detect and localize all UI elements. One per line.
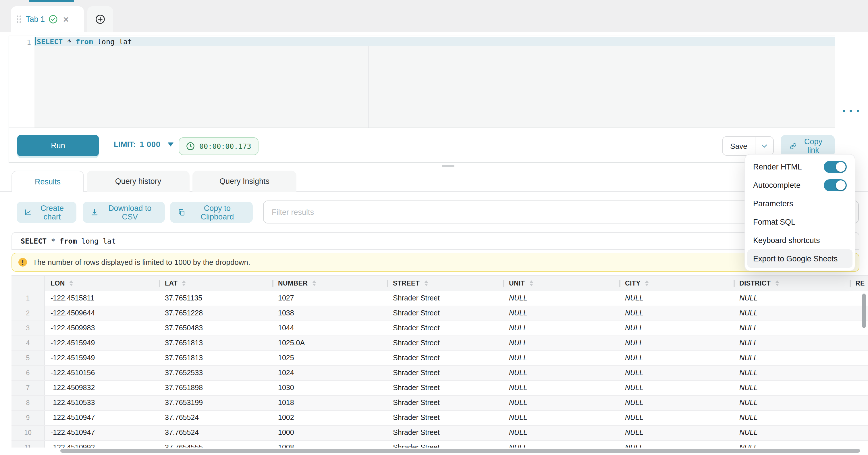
row-number: 8 <box>11 396 45 410</box>
text-cursor <box>35 37 36 46</box>
sort-icon <box>424 280 428 286</box>
row-number: 6 <box>11 366 45 380</box>
column-header-number[interactable]: NUMBER <box>272 276 387 291</box>
save-split-button: Save <box>722 136 774 156</box>
tab-query-history[interactable]: Query history <box>87 171 190 192</box>
save-options-button[interactable] <box>755 137 773 155</box>
column-header-city[interactable]: CITY <box>619 276 734 291</box>
sort-icon <box>775 280 779 286</box>
new-tab-button[interactable] <box>87 6 113 32</box>
row-limit-banner: ! The number of rows displayed is limite… <box>11 253 859 272</box>
sql-editor-app: Tab 1 ✕ 1 SELECT * from long_lat Run LIM… <box>0 0 868 455</box>
column-resize-handle[interactable] <box>734 280 735 287</box>
tab-title: Tab 1 <box>26 15 45 24</box>
menu-item-render-html[interactable]: Render HTML <box>747 157 852 176</box>
download-icon <box>91 208 98 217</box>
vertical-scrollbar[interactable] <box>862 294 866 328</box>
column-header-street[interactable]: STREET <box>387 276 503 291</box>
sort-icon <box>312 280 316 286</box>
column-resize-handle[interactable] <box>503 280 504 287</box>
table-row[interactable]: 7 -122.4509832 37.7651898 1030 Shrader S… <box>11 381 868 396</box>
chevron-down-icon <box>167 143 173 147</box>
link-icon <box>790 142 797 150</box>
banner-text: The number of rows displayed is limited … <box>33 258 250 267</box>
executed-sql-bar: SELECT * from long_lat <box>11 232 859 250</box>
copy-link-button[interactable]: Copy link <box>781 135 835 157</box>
tab-query-1[interactable]: Tab 1 ✕ <box>11 6 84 32</box>
more-options-menu: Render HTML Autocomplete Parameters Form… <box>744 154 855 271</box>
sql-code-line[interactable]: SELECT * from long_lat <box>37 37 132 46</box>
active-tab-indicator <box>29 0 74 2</box>
row-number-header <box>11 276 45 291</box>
sort-icon <box>529 280 533 286</box>
run-button[interactable]: Run <box>17 135 99 156</box>
chevron-down-icon <box>761 144 768 148</box>
row-number: 1 <box>11 291 45 306</box>
column-resize-handle[interactable] <box>619 280 620 287</box>
sort-icon <box>182 280 186 286</box>
line-number: 1 <box>9 38 31 47</box>
query-duration: 00:00:00.173 <box>199 142 251 151</box>
tab-results[interactable]: Results <box>11 171 84 192</box>
row-number: 2 <box>11 306 45 321</box>
copy-icon <box>178 208 185 217</box>
save-button[interactable]: Save <box>723 137 755 155</box>
column-resize-handle[interactable] <box>272 280 273 287</box>
table-row[interactable]: 5 -122.4515949 37.7651813 1025 Shrader S… <box>11 351 868 366</box>
table-row[interactable]: 1 -122.4515811 37.7651135 1027 Shrader S… <box>11 291 868 306</box>
editor-gutter: 1 <box>9 36 34 127</box>
more-options-button[interactable] <box>843 107 859 115</box>
row-number: 3 <box>11 321 45 335</box>
table-row[interactable]: 8 -122.4510533 37.7653199 1018 Shrader S… <box>11 396 868 411</box>
table-row[interactable]: 10 -122.4510947 37.765524 1000 Shrader S… <box>11 426 868 441</box>
sort-icon <box>69 280 73 286</box>
plus-circle-icon <box>95 14 105 24</box>
query-duration-badge: 00:00:00.173 <box>179 137 259 155</box>
query-editor-panel: 1 SELECT * from long_lat Run LIMIT: 1 00… <box>9 36 835 162</box>
table-row[interactable]: 3 -122.4509983 37.7650483 1044 Shrader S… <box>11 321 868 336</box>
row-number: 4 <box>11 336 45 351</box>
editor-divider <box>9 127 835 128</box>
limit-dropdown[interactable]: LIMIT: 1 000 <box>114 140 173 149</box>
row-number: 5 <box>11 351 45 365</box>
table-row[interactable]: 6 -122.4510156 37.7652533 1024 Shrader S… <box>11 366 868 381</box>
tab-query-insights[interactable]: Query Insights <box>192 171 297 192</box>
warning-icon: ! <box>19 258 27 267</box>
column-header-lon[interactable]: LON <box>45 276 159 291</box>
horizontal-scrollbar[interactable] <box>60 449 860 453</box>
column-header-re[interactable]: RE <box>849 276 868 291</box>
autocomplete-toggle[interactable] <box>824 179 847 191</box>
panel-resize-handle[interactable] <box>442 165 455 167</box>
render-html-toggle[interactable] <box>824 160 847 173</box>
column-header-lat[interactable]: LAT <box>159 276 272 291</box>
query-success-icon <box>49 15 57 24</box>
table-row[interactable]: 9 -122.4510947 37.765524 1002 Shrader St… <box>11 411 868 426</box>
menu-item-autocomplete[interactable]: Autocomplete <box>747 176 852 194</box>
table-body: 1 -122.4515811 37.7651135 1027 Shrader S… <box>11 291 868 455</box>
menu-item-export-google-sheets[interactable]: Export to Google Sheets <box>747 249 852 268</box>
menu-item-parameters[interactable]: Parameters <box>747 194 852 213</box>
row-number: 9 <box>11 411 45 425</box>
menu-item-format-sql[interactable]: Format SQL <box>747 213 852 231</box>
clock-icon <box>186 142 195 151</box>
row-number: 7 <box>11 381 45 395</box>
copy-to-clipboard-button[interactable]: Copy to Clipboard <box>170 202 253 223</box>
create-chart-button[interactable]: Create chart <box>17 202 76 223</box>
menu-item-keyboard-shortcuts[interactable]: Keyboard shortcuts <box>747 231 852 249</box>
results-table: LON LAT NUMBER STREET UNIT CITY DISTRICT… <box>11 275 868 455</box>
close-tab-icon[interactable]: ✕ <box>63 15 69 23</box>
table-row[interactable]: 2 -122.4509644 37.7651228 1038 Shrader S… <box>11 306 868 321</box>
column-resize-handle[interactable] <box>159 280 160 287</box>
column-resize-handle[interactable] <box>849 280 851 287</box>
editor-active-line <box>34 37 835 46</box>
tab-bar: Tab 1 ✕ <box>0 0 868 32</box>
chart-icon <box>25 208 31 217</box>
column-header-unit[interactable]: UNIT <box>503 276 619 291</box>
download-csv-button[interactable]: Download to CSV <box>83 202 165 223</box>
drag-handle-icon[interactable] <box>17 15 21 23</box>
editor-empty-area[interactable] <box>34 46 835 127</box>
column-header-district[interactable]: DISTRICT <box>734 276 849 291</box>
table-row[interactable]: 4 -122.4515949 37.7651813 1025.0A Shrade… <box>11 336 868 351</box>
editor-pane-divider <box>368 46 369 127</box>
column-resize-handle[interactable] <box>387 280 388 287</box>
